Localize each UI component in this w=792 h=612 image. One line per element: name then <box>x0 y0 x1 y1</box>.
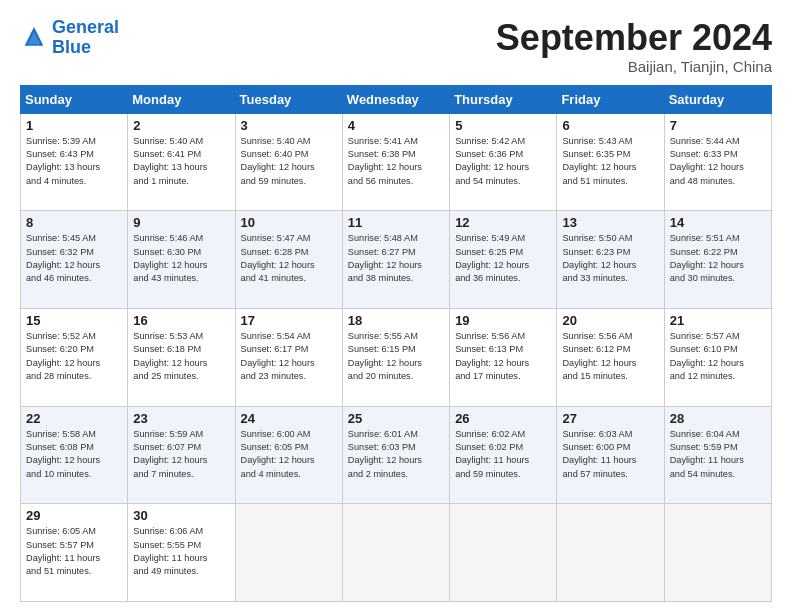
day-number: 13 <box>562 215 658 230</box>
day-number: 26 <box>455 411 551 426</box>
calendar-cell: 25Sunrise: 6:01 AM Sunset: 6:03 PM Dayli… <box>342 406 449 504</box>
calendar-cell <box>342 504 449 602</box>
day-number: 9 <box>133 215 229 230</box>
calendar-week-5: 29Sunrise: 6:05 AM Sunset: 5:57 PM Dayli… <box>21 504 772 602</box>
day-info: Sunrise: 6:03 AM Sunset: 6:00 PM Dayligh… <box>562 428 658 481</box>
col-tuesday: Tuesday <box>235 85 342 113</box>
day-info: Sunrise: 5:48 AM Sunset: 6:27 PM Dayligh… <box>348 232 444 285</box>
calendar-cell: 9Sunrise: 5:46 AM Sunset: 6:30 PM Daylig… <box>128 211 235 309</box>
calendar-cell: 15Sunrise: 5:52 AM Sunset: 6:20 PM Dayli… <box>21 308 128 406</box>
calendar-week-3: 15Sunrise: 5:52 AM Sunset: 6:20 PM Dayli… <box>21 308 772 406</box>
calendar-cell <box>450 504 557 602</box>
calendar-cell: 22Sunrise: 5:58 AM Sunset: 6:08 PM Dayli… <box>21 406 128 504</box>
day-info: Sunrise: 5:49 AM Sunset: 6:25 PM Dayligh… <box>455 232 551 285</box>
day-info: Sunrise: 6:00 AM Sunset: 6:05 PM Dayligh… <box>241 428 337 481</box>
month-title: September 2024 <box>496 18 772 58</box>
day-info: Sunrise: 5:53 AM Sunset: 6:18 PM Dayligh… <box>133 330 229 383</box>
day-number: 28 <box>670 411 766 426</box>
location: Baijian, Tianjin, China <box>496 58 772 75</box>
day-info: Sunrise: 5:42 AM Sunset: 6:36 PM Dayligh… <box>455 135 551 188</box>
col-wednesday: Wednesday <box>342 85 449 113</box>
calendar-cell: 7Sunrise: 5:44 AM Sunset: 6:33 PM Daylig… <box>664 113 771 211</box>
day-info: Sunrise: 5:39 AM Sunset: 6:43 PM Dayligh… <box>26 135 122 188</box>
day-info: Sunrise: 6:05 AM Sunset: 5:57 PM Dayligh… <box>26 525 122 578</box>
calendar-cell: 29Sunrise: 6:05 AM Sunset: 5:57 PM Dayli… <box>21 504 128 602</box>
day-info: Sunrise: 5:47 AM Sunset: 6:28 PM Dayligh… <box>241 232 337 285</box>
day-info: Sunrise: 5:45 AM Sunset: 6:32 PM Dayligh… <box>26 232 122 285</box>
day-info: Sunrise: 6:02 AM Sunset: 6:02 PM Dayligh… <box>455 428 551 481</box>
day-info: Sunrise: 5:52 AM Sunset: 6:20 PM Dayligh… <box>26 330 122 383</box>
col-monday: Monday <box>128 85 235 113</box>
day-number: 4 <box>348 118 444 133</box>
calendar-cell: 18Sunrise: 5:55 AM Sunset: 6:15 PM Dayli… <box>342 308 449 406</box>
day-info: Sunrise: 5:44 AM Sunset: 6:33 PM Dayligh… <box>670 135 766 188</box>
calendar-week-4: 22Sunrise: 5:58 AM Sunset: 6:08 PM Dayli… <box>21 406 772 504</box>
day-info: Sunrise: 6:01 AM Sunset: 6:03 PM Dayligh… <box>348 428 444 481</box>
calendar-cell: 16Sunrise: 5:53 AM Sunset: 6:18 PM Dayli… <box>128 308 235 406</box>
day-number: 3 <box>241 118 337 133</box>
calendar-cell: 11Sunrise: 5:48 AM Sunset: 6:27 PM Dayli… <box>342 211 449 309</box>
day-number: 8 <box>26 215 122 230</box>
calendar-cell: 23Sunrise: 5:59 AM Sunset: 6:07 PM Dayli… <box>128 406 235 504</box>
col-friday: Friday <box>557 85 664 113</box>
day-info: Sunrise: 5:59 AM Sunset: 6:07 PM Dayligh… <box>133 428 229 481</box>
calendar-cell: 20Sunrise: 5:56 AM Sunset: 6:12 PM Dayli… <box>557 308 664 406</box>
logo-general: General <box>52 17 119 37</box>
day-info: Sunrise: 5:54 AM Sunset: 6:17 PM Dayligh… <box>241 330 337 383</box>
day-number: 27 <box>562 411 658 426</box>
col-saturday: Saturday <box>664 85 771 113</box>
day-number: 30 <box>133 508 229 523</box>
calendar-cell: 21Sunrise: 5:57 AM Sunset: 6:10 PM Dayli… <box>664 308 771 406</box>
col-thursday: Thursday <box>450 85 557 113</box>
day-number: 23 <box>133 411 229 426</box>
day-number: 14 <box>670 215 766 230</box>
calendar-cell: 17Sunrise: 5:54 AM Sunset: 6:17 PM Dayli… <box>235 308 342 406</box>
day-info: Sunrise: 5:55 AM Sunset: 6:15 PM Dayligh… <box>348 330 444 383</box>
calendar-header-row: Sunday Monday Tuesday Wednesday Thursday… <box>21 85 772 113</box>
calendar-cell: 24Sunrise: 6:00 AM Sunset: 6:05 PM Dayli… <box>235 406 342 504</box>
day-number: 1 <box>26 118 122 133</box>
calendar-week-2: 8Sunrise: 5:45 AM Sunset: 6:32 PM Daylig… <box>21 211 772 309</box>
calendar-cell <box>235 504 342 602</box>
day-info: Sunrise: 6:06 AM Sunset: 5:55 PM Dayligh… <box>133 525 229 578</box>
calendar-cell: 12Sunrise: 5:49 AM Sunset: 6:25 PM Dayli… <box>450 211 557 309</box>
day-number: 22 <box>26 411 122 426</box>
calendar-cell: 27Sunrise: 6:03 AM Sunset: 6:00 PM Dayli… <box>557 406 664 504</box>
calendar-cell: 26Sunrise: 6:02 AM Sunset: 6:02 PM Dayli… <box>450 406 557 504</box>
day-info: Sunrise: 5:40 AM Sunset: 6:40 PM Dayligh… <box>241 135 337 188</box>
logo-text: General Blue <box>52 18 119 58</box>
day-info: Sunrise: 5:58 AM Sunset: 6:08 PM Dayligh… <box>26 428 122 481</box>
calendar-cell <box>557 504 664 602</box>
day-number: 21 <box>670 313 766 328</box>
day-number: 12 <box>455 215 551 230</box>
calendar-cell: 5Sunrise: 5:42 AM Sunset: 6:36 PM Daylig… <box>450 113 557 211</box>
day-number: 17 <box>241 313 337 328</box>
calendar-cell: 8Sunrise: 5:45 AM Sunset: 6:32 PM Daylig… <box>21 211 128 309</box>
calendar-cell: 14Sunrise: 5:51 AM Sunset: 6:22 PM Dayli… <box>664 211 771 309</box>
day-number: 10 <box>241 215 337 230</box>
col-sunday: Sunday <box>21 85 128 113</box>
calendar-cell <box>664 504 771 602</box>
logo-blue: Blue <box>52 37 91 57</box>
day-number: 18 <box>348 313 444 328</box>
day-info: Sunrise: 5:50 AM Sunset: 6:23 PM Dayligh… <box>562 232 658 285</box>
calendar-table: Sunday Monday Tuesday Wednesday Thursday… <box>20 85 772 602</box>
logo: General Blue <box>20 18 119 58</box>
day-number: 24 <box>241 411 337 426</box>
day-number: 19 <box>455 313 551 328</box>
day-number: 5 <box>455 118 551 133</box>
calendar-cell: 4Sunrise: 5:41 AM Sunset: 6:38 PM Daylig… <box>342 113 449 211</box>
day-info: Sunrise: 5:56 AM Sunset: 6:12 PM Dayligh… <box>562 330 658 383</box>
day-number: 20 <box>562 313 658 328</box>
day-number: 7 <box>670 118 766 133</box>
day-info: Sunrise: 5:57 AM Sunset: 6:10 PM Dayligh… <box>670 330 766 383</box>
page: General Blue September 2024 Baijian, Tia… <box>0 0 792 612</box>
day-info: Sunrise: 5:43 AM Sunset: 6:35 PM Dayligh… <box>562 135 658 188</box>
calendar-cell: 6Sunrise: 5:43 AM Sunset: 6:35 PM Daylig… <box>557 113 664 211</box>
calendar-cell: 30Sunrise: 6:06 AM Sunset: 5:55 PM Dayli… <box>128 504 235 602</box>
calendar-cell: 28Sunrise: 6:04 AM Sunset: 5:59 PM Dayli… <box>664 406 771 504</box>
calendar-cell: 19Sunrise: 5:56 AM Sunset: 6:13 PM Dayli… <box>450 308 557 406</box>
day-info: Sunrise: 6:04 AM Sunset: 5:59 PM Dayligh… <box>670 428 766 481</box>
day-info: Sunrise: 5:41 AM Sunset: 6:38 PM Dayligh… <box>348 135 444 188</box>
header: General Blue September 2024 Baijian, Tia… <box>20 18 772 75</box>
